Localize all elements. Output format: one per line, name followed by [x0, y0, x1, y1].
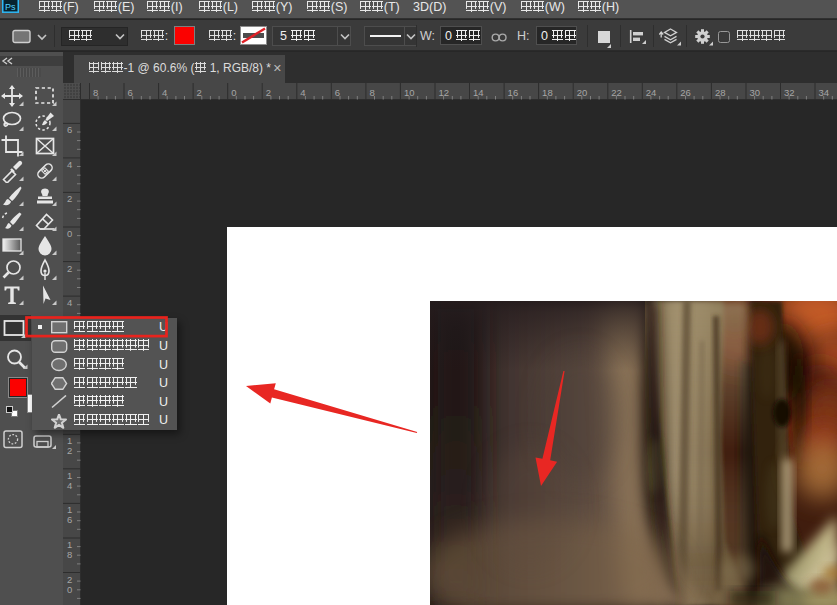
svg-text:8: 8 [67, 549, 72, 560]
svg-text:24: 24 [646, 87, 657, 98]
svg-text:4: 4 [67, 297, 72, 308]
svg-text:28: 28 [715, 87, 726, 98]
svg-text:10: 10 [404, 87, 415, 98]
svg-text:8: 8 [369, 87, 374, 98]
svg-text:8: 8 [93, 87, 98, 98]
svg-text:32: 32 [784, 87, 795, 98]
svg-text:12: 12 [439, 87, 450, 98]
svg-text:30: 30 [750, 87, 761, 98]
svg-text:0: 0 [67, 584, 72, 595]
svg-text:4: 4 [162, 87, 167, 98]
svg-text:18: 18 [542, 87, 553, 98]
svg-text:20: 20 [577, 87, 588, 98]
svg-text:2: 2 [266, 87, 271, 98]
svg-text:6: 6 [128, 87, 133, 98]
svg-text:6: 6 [67, 124, 72, 135]
svg-text:22: 22 [611, 87, 622, 98]
svg-text:6: 6 [335, 87, 340, 98]
svg-text:4: 4 [300, 87, 305, 98]
svg-text:4: 4 [67, 480, 72, 491]
svg-text:16: 16 [508, 87, 519, 98]
svg-text:2: 2 [197, 87, 202, 98]
svg-text:26: 26 [680, 87, 691, 98]
svg-text:2: 2 [67, 193, 72, 204]
svg-text:14: 14 [473, 87, 484, 98]
svg-text:4: 4 [67, 159, 72, 170]
svg-text:2: 2 [67, 263, 72, 274]
svg-text:0: 0 [67, 228, 72, 239]
svg-text:Ps: Ps [5, 2, 16, 12]
svg-text:2: 2 [67, 445, 72, 456]
svg-text:0: 0 [231, 87, 236, 98]
svg-text:6: 6 [67, 514, 72, 525]
svg-text:34: 34 [819, 87, 830, 98]
